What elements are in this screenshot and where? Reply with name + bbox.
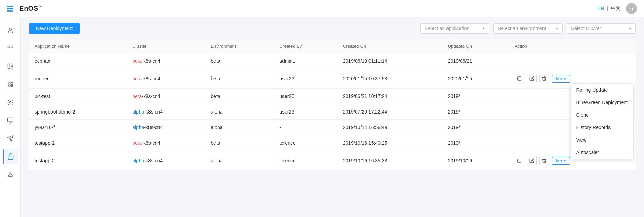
svg-point-9 [9, 28, 11, 30]
created-by-cell: terence [274, 151, 337, 171]
sidebar-item-user[interactable] [3, 23, 18, 38]
logo-dots-icon [7, 5, 17, 12]
svg-point-2 [11, 5, 13, 7]
edit-action-button-2[interactable] [527, 156, 537, 165]
col-updated-on: Updated On [442, 39, 509, 53]
edit-action-button[interactable] [527, 74, 537, 83]
app-layout: New Deployment Select an application ▾ S… [0, 0, 644, 217]
delete-action-button-2[interactable] [539, 156, 549, 165]
view-icon [517, 76, 522, 81]
lang-zh[interactable]: 中文 [611, 6, 621, 11]
select-application-dropdown[interactable]: Select an application ▾ [420, 23, 489, 34]
sidebar-item-settings[interactable] [3, 95, 18, 110]
delete-icon-2 [542, 158, 547, 163]
more-button-2[interactable]: More [552, 157, 570, 165]
svg-point-20 [10, 84, 11, 85]
app-name-cell: ecp-iam [29, 53, 127, 69]
app-name-cell: runner [29, 69, 127, 89]
svg-point-1 [9, 5, 11, 7]
svg-point-5 [11, 8, 13, 9]
svg-point-22 [8, 85, 9, 87]
svg-line-35 [8, 173, 10, 176]
environment-cell: beta [205, 89, 274, 104]
language-switcher[interactable]: EN | 中文 [597, 6, 621, 12]
lang-en[interactable]: EN [597, 6, 604, 11]
edit-icon [529, 76, 534, 81]
lang-separator: | [607, 6, 608, 11]
table-row: uic-test beta-k8s-cn4 beta user26 2019/0… [29, 89, 636, 104]
select-cluster-dropdown[interactable]: Select Cluster ▾ [567, 23, 636, 34]
select-application-label: Select an application [425, 26, 469, 31]
svg-rect-38 [518, 77, 521, 81]
select-environment-label: Select an environment [498, 26, 546, 31]
view-icon-2 [517, 158, 522, 163]
send-icon [7, 135, 14, 142]
created-on-cell: 2019/06/21 10:17:24 [337, 89, 442, 104]
sidebar-item-monitor[interactable] [3, 113, 18, 128]
settings-icon [7, 99, 14, 106]
topnav-right: EN | 中文 u [597, 3, 637, 14]
sidebar-item-apps[interactable] [3, 77, 18, 92]
svg-point-25 [9, 102, 11, 103]
more-button[interactable]: More [552, 75, 570, 83]
user-icon [7, 27, 14, 34]
sidebar-item-network[interactable] [3, 167, 18, 182]
svg-rect-10 [8, 46, 10, 48]
grid-icon [7, 45, 14, 52]
environment-cell: alpha [205, 120, 274, 135]
deployments-table: Application Name Cluster Environment Cre… [29, 39, 636, 171]
action-cell [509, 53, 636, 69]
main-content: New Deployment Select an application ▾ S… [21, 17, 644, 217]
svg-point-23 [10, 85, 11, 87]
cluster-cell: alpha-k8s-cn4 [127, 104, 205, 120]
dropdown-view[interactable]: View [571, 134, 633, 146]
delete-action-button[interactable] [539, 74, 549, 83]
select-cluster-label: Select Cluster [571, 26, 601, 31]
view-action-button-2[interactable] [515, 156, 524, 165]
updated-on-cell: 2020/01/15 [442, 69, 509, 89]
created-by-cell: - [274, 120, 337, 135]
sidebar-item-deploy[interactable] [3, 149, 18, 164]
created-by-cell: user26 [274, 104, 337, 120]
dashboard-icon [7, 63, 14, 70]
dropdown-autoscaler[interactable]: Autoscaler [571, 146, 633, 159]
select-environment-dropdown[interactable]: Select an environment ▾ [493, 23, 563, 34]
col-environment: Environment [205, 39, 274, 53]
updated-on-cell: 2019/06/21 [442, 53, 509, 69]
sidebar-item-dashboard[interactable] [3, 59, 18, 74]
environment-cell: alpha [205, 104, 274, 120]
chevron-down-icon-3: ▾ [629, 26, 631, 31]
svg-point-7 [9, 10, 11, 12]
svg-rect-15 [8, 68, 10, 69]
new-deployment-button[interactable]: New Deployment [29, 23, 80, 34]
sidebar-item-grid[interactable] [3, 41, 18, 56]
created-on-cell: 2020/01/15 10:37:58 [337, 69, 442, 89]
app-name-cell: springboot-demo-2 [29, 104, 127, 120]
cluster-cell: alpha-k8s-cn4 [127, 120, 205, 135]
svg-point-4 [9, 8, 11, 9]
sidebar-item-send[interactable] [3, 131, 18, 146]
environment-cell: beta [205, 69, 274, 89]
user-avatar[interactable]: u [626, 3, 637, 14]
dropdown-blue-green[interactable]: Blue/Green Deployment [571, 96, 633, 109]
col-cluster: Cluster [127, 39, 205, 53]
svg-rect-26 [7, 118, 13, 122]
dropdown-clone[interactable]: Clone [571, 109, 633, 121]
col-action: Action [509, 39, 636, 53]
environment-cell: beta [205, 135, 274, 151]
more-dropdown-menu: Rolling Update Blue/Green Deployment Clo… [570, 83, 634, 159]
apps-icon [7, 81, 14, 88]
dropdown-history[interactable]: History Records [571, 121, 633, 134]
cluster-cell: beta-k8s-cn4 [127, 135, 205, 151]
created-by-cell: terence [274, 135, 337, 151]
svg-rect-13 [11, 64, 13, 65]
svg-point-18 [11, 82, 12, 83]
created-on-cell: 2019/10/16 15:40:25 [337, 135, 442, 151]
dropdown-rolling-update[interactable]: Rolling Update [571, 84, 633, 96]
environment-cell: beta [205, 53, 274, 69]
svg-point-6 [7, 10, 9, 12]
created-by-cell: admin1 [274, 53, 337, 69]
cluster-cell: beta-k8s-cn4 [127, 69, 205, 89]
view-action-button[interactable] [515, 74, 524, 83]
svg-rect-41 [518, 159, 521, 163]
